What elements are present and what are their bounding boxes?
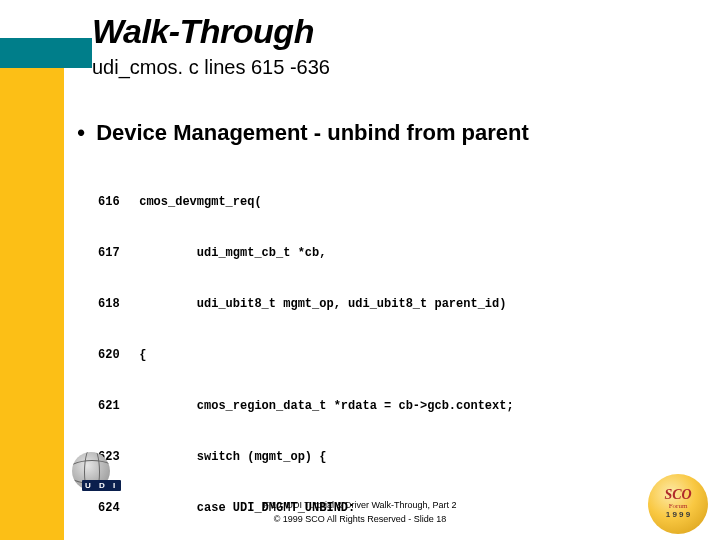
line-number: 621 xyxy=(98,398,132,415)
slide-subtitle: udi_cmos. c lines 615 -636 xyxy=(92,56,330,79)
slide: Walk-Through udi_cmos. c lines 615 -636 … xyxy=(0,0,720,540)
code-line: 623 switch (mgmt_op) { xyxy=(98,449,600,466)
footer: F 10: UDI Tutorial & Driver Walk-Through… xyxy=(0,498,720,526)
decoration-yellow-bar xyxy=(0,38,64,540)
section-heading: • Device Management - unbind from parent xyxy=(72,120,529,146)
code-listing: 616 cmos_devmgmt_req( 617 udi_mgmt_cb_t … xyxy=(98,160,600,540)
bullet-icon: • xyxy=(72,120,90,146)
udi-logo: U D I xyxy=(72,452,138,492)
section-text: Device Management - unbind from parent xyxy=(96,120,529,145)
code-line: 620 { xyxy=(98,347,600,364)
decoration-teal-block xyxy=(0,38,92,68)
code-text: udi_mgmt_cb_t *cb, xyxy=(132,245,326,262)
sco-circle-icon: SCO Forum 1 9 9 9 xyxy=(648,474,708,534)
code-line: 618 udi_ubit8_t mgmt_op, udi_ubit8_t par… xyxy=(98,296,600,313)
footer-line-1: F 10: UDI Tutorial & Driver Walk-Through… xyxy=(0,498,720,512)
slide-title: Walk-Through xyxy=(92,12,314,51)
sco-forum-logo: SCO Forum 1 9 9 9 xyxy=(648,474,708,534)
code-line: 621 cmos_region_data_t *rdata = cb->gcb.… xyxy=(98,398,600,415)
code-text: { xyxy=(132,347,146,364)
code-text: cmos_region_data_t *rdata = cb->gcb.cont… xyxy=(132,398,514,415)
line-number: 617 xyxy=(98,245,132,262)
code-line: 617 udi_mgmt_cb_t *cb, xyxy=(98,245,600,262)
sco-logo-top: SCO xyxy=(664,489,691,501)
code-text: switch (mgmt_op) { xyxy=(132,449,326,466)
udi-label: U D I xyxy=(82,480,121,491)
footer-line-2: © 1999 SCO All Rights Reserved - Slide 1… xyxy=(0,512,720,526)
line-number: 616 xyxy=(98,194,132,211)
sco-logo-sub: Forum xyxy=(669,502,688,510)
line-number: 618 xyxy=(98,296,132,313)
code-line: 616 cmos_devmgmt_req( xyxy=(98,194,600,211)
sco-logo-year: 1 9 9 9 xyxy=(666,510,690,519)
code-text: cmos_devmgmt_req( xyxy=(132,194,262,211)
line-number: 620 xyxy=(98,347,132,364)
code-text: udi_ubit8_t mgmt_op, udi_ubit8_t parent_… xyxy=(132,296,506,313)
